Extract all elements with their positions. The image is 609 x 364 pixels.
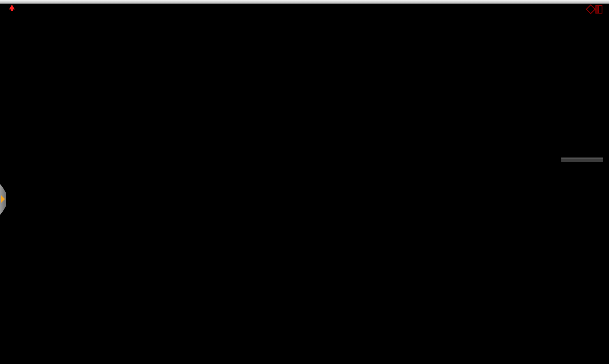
main-pane-header xyxy=(1,5,42,9)
trendline-handle-bar[interactable] xyxy=(561,158,603,162)
chart-canvas[interactable] xyxy=(0,0,609,364)
up-arrow-icon xyxy=(9,5,15,9)
trading-app-window: { "window": { "strip_dividers": [545, 55… xyxy=(0,0,609,364)
split-window-icon-fill xyxy=(596,6,599,13)
volume-pane-header xyxy=(1,222,14,229)
expand-right-icon xyxy=(1,195,5,203)
split-window-icon[interactable] xyxy=(595,5,602,14)
kdj-pane-header xyxy=(1,292,18,300)
